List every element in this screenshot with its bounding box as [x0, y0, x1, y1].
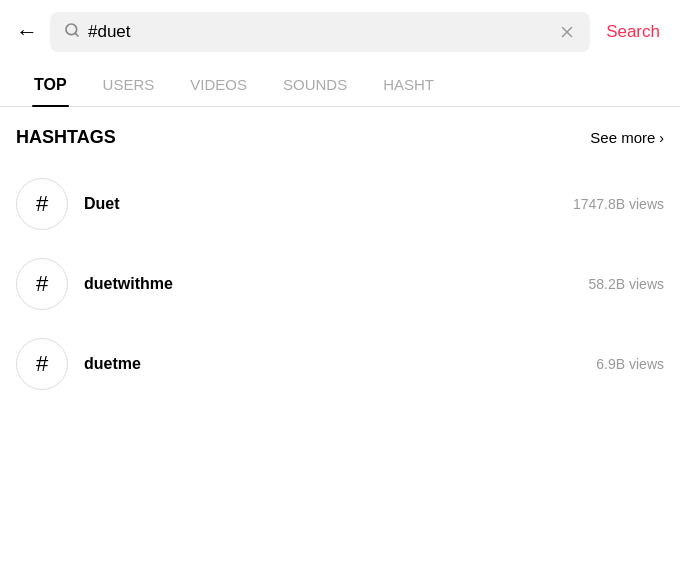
- see-more-chevron-icon: ›: [659, 130, 664, 146]
- hashtag-name: duetme: [84, 355, 580, 373]
- hashtag-item-info: Duet: [84, 195, 557, 213]
- main-content: HASHTAGS See more › # Duet 1747.8B views…: [0, 107, 680, 404]
- hashtag-views: 58.2B views: [589, 276, 664, 292]
- tab-users[interactable]: USERS: [85, 64, 173, 106]
- hashtag-circle-icon: #: [16, 178, 68, 230]
- hashtags-section-header: HASHTAGS See more ›: [16, 127, 664, 148]
- search-icon: [64, 22, 80, 42]
- back-button[interactable]: ←: [16, 19, 38, 45]
- hashtag-item-info: duetme: [84, 355, 580, 373]
- hash-symbol: #: [36, 273, 48, 295]
- hashtag-circle-icon: #: [16, 338, 68, 390]
- search-input[interactable]: [88, 22, 550, 42]
- hash-symbol: #: [36, 193, 48, 215]
- tab-videos[interactable]: VIDEOS: [172, 64, 265, 106]
- hash-symbol: #: [36, 353, 48, 375]
- list-item[interactable]: # duetme 6.9B views: [16, 324, 664, 404]
- see-more-button[interactable]: See more ›: [590, 129, 664, 146]
- svg-line-1: [75, 33, 78, 36]
- tab-sounds[interactable]: SOUNDS: [265, 64, 365, 106]
- hashtags-title: HASHTAGS: [16, 127, 116, 148]
- hashtag-circle-icon: #: [16, 258, 68, 310]
- hashtag-views: 6.9B views: [596, 356, 664, 372]
- clear-button[interactable]: [558, 23, 576, 41]
- hashtag-name: Duet: [84, 195, 557, 213]
- search-bar: [50, 12, 590, 52]
- tabs-bar: TOP USERS VIDEOS SOUNDS HASHT: [0, 64, 680, 107]
- search-button[interactable]: Search: [602, 22, 664, 42]
- hashtag-views: 1747.8B views: [573, 196, 664, 212]
- hashtag-name: duetwithme: [84, 275, 573, 293]
- hashtag-item-info: duetwithme: [84, 275, 573, 293]
- list-item[interactable]: # Duet 1747.8B views: [16, 164, 664, 244]
- tab-hashtags[interactable]: HASHT: [365, 64, 452, 106]
- list-item[interactable]: # duetwithme 58.2B views: [16, 244, 664, 324]
- back-arrow-icon: ←: [16, 19, 38, 45]
- see-more-label: See more: [590, 129, 655, 146]
- hashtag-list: # Duet 1747.8B views # duetwithme 58.2B …: [16, 164, 664, 404]
- tab-top[interactable]: TOP: [16, 64, 85, 106]
- header: ← Search: [0, 0, 680, 64]
